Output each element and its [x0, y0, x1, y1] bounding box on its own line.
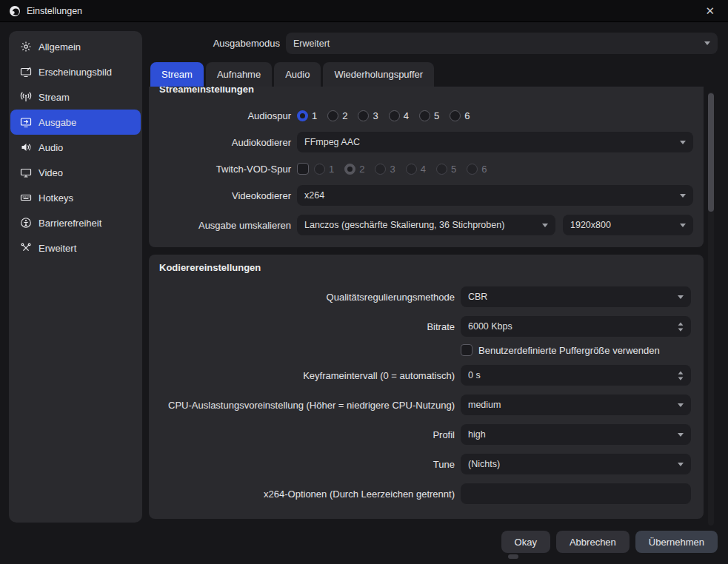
- sidebar-item-stream[interactable]: Stream: [10, 84, 141, 110]
- tab-audio[interactable]: Audio: [274, 62, 321, 87]
- sidebar-item-video[interactable]: Video: [10, 160, 141, 185]
- tab-aufnahme[interactable]: Aufnahme: [206, 62, 272, 87]
- keyframe-interval-spinner[interactable]: 0 s: [461, 365, 691, 386]
- audio-track-label: Audiospur: [159, 110, 291, 121]
- sidebar-item-label: Audio: [39, 142, 63, 153]
- spinner-arrows[interactable]: [678, 371, 684, 380]
- audio-track-radio-4[interactable]: [389, 110, 400, 121]
- cpu-preset-dropdown[interactable]: medium: [461, 395, 691, 415]
- sidebar-item-label: Ausgabe: [39, 117, 76, 128]
- rescale-filter-dropdown[interactable]: Lanczos (geschärfte Skalierung, 36 Stich…: [297, 215, 555, 235]
- sidebar-item-erweitert[interactable]: Erweitert: [10, 235, 141, 261]
- chevron-down-icon: [678, 295, 684, 299]
- output-mode-dropdown[interactable]: Erweitert: [286, 33, 718, 54]
- radio-label: 1: [329, 164, 334, 175]
- chevron-down-icon: [678, 377, 684, 380]
- close-icon[interactable]: ✕: [701, 4, 719, 18]
- cpu-preset-value: medium: [468, 400, 501, 410]
- spinner-arrows[interactable]: [678, 322, 684, 332]
- chevron-down-icon: [678, 403, 684, 407]
- tune-value: (Nichts): [468, 459, 500, 469]
- radio-label: 6: [464, 110, 470, 121]
- twitch-vod-row: Twitch-VOD-Spur 1 2 3 4 5 6: [149, 161, 704, 176]
- rescale-resolution-dropdown[interactable]: 1920x800: [563, 215, 693, 235]
- keyframe-interval-label: Keyframeintervall (0 = automatisch): [159, 370, 455, 381]
- audio-track-radio-3[interactable]: [358, 110, 369, 121]
- rate-control-row: Qualitätsregulierungsmethode CBR: [149, 286, 704, 307]
- audio-track-radio-6[interactable]: [450, 110, 461, 121]
- twitch-vod-radio-3[interactable]: [375, 164, 386, 175]
- display-icon: [20, 167, 32, 178]
- tune-row: Tune (Nichts): [149, 454, 704, 474]
- bitrate-spinner[interactable]: 6000 Kbps: [461, 316, 691, 337]
- cancel-button[interactable]: Abbrechen: [556, 531, 630, 553]
- chevron-down-icon: [542, 224, 548, 227]
- sidebar-item-barrierefreiheit[interactable]: Barrierefreiheit: [10, 210, 141, 235]
- audio-encoder-label: Audiokodierer: [159, 137, 291, 148]
- tab-stream[interactable]: Stream: [150, 62, 204, 87]
- sidebar-item-label: Erscheinungsbild: [39, 67, 112, 78]
- window-title: Einstellungen: [27, 6, 82, 16]
- ok-button[interactable]: Okay: [501, 531, 550, 553]
- x264-options-input[interactable]: [461, 483, 691, 504]
- chevron-down-icon: [680, 194, 686, 198]
- sidebar-item-allgemein[interactable]: Allgemein: [10, 34, 141, 59]
- audio-track-radio-5[interactable]: [419, 110, 430, 121]
- stream-settings-group: Streameinstellungen Audiospur 1 2 3 4 5 …: [149, 87, 704, 247]
- radio-label: 3: [373, 110, 378, 121]
- tune-dropdown[interactable]: (Nichts): [461, 454, 691, 474]
- rescale-label: Ausgabe umskalieren: [159, 220, 291, 231]
- apply-button[interactable]: Übernehmen: [635, 531, 718, 553]
- sidebar-item-ausgabe[interactable]: Ausgabe: [10, 110, 141, 135]
- output-mode-row: Ausgabemodus Erweitert: [151, 33, 718, 54]
- vertical-scrollbar-thumb[interactable]: [708, 93, 714, 212]
- radio-label: 4: [421, 164, 426, 175]
- cpu-preset-label: CPU-Auslastungsvoreinstellung (Höher = n…: [159, 400, 455, 411]
- chevron-down-icon: [678, 328, 684, 331]
- rescale-filter-value: Lanczos (geschärfte Skalierung, 36 Stich…: [304, 220, 504, 230]
- twitch-vod-radio-6[interactable]: [467, 164, 478, 175]
- x264-options-row: x264-Optionen (Durch Leerzeichen getrenn…: [149, 483, 704, 504]
- twitch-vod-radio-2[interactable]: [344, 164, 355, 175]
- radio-label: 2: [342, 110, 347, 121]
- vertical-scrollbar[interactable]: [708, 92, 714, 526]
- titlebar: Einstellungen ✕: [0, 0, 728, 22]
- keyframe-interval-value: 0 s: [468, 370, 481, 380]
- audio-track-radio-1[interactable]: [297, 110, 308, 121]
- stream-settings-title: Streameinstellungen: [149, 87, 704, 95]
- twitch-vod-checkbox[interactable]: [297, 163, 309, 175]
- audio-track-row: Audiospur 1 2 3 4 5 6: [149, 108, 704, 123]
- rate-control-label: Qualitätsregulierungsmethode: [159, 292, 455, 303]
- custom-buffer-checkbox[interactable]: [461, 344, 472, 356]
- radio-label: 1: [312, 110, 317, 121]
- rate-control-dropdown[interactable]: CBR: [461, 286, 691, 307]
- audio-encoder-dropdown[interactable]: FFmpeg AAC: [297, 132, 693, 152]
- sidebar-item-label: Video: [39, 167, 63, 178]
- profile-dropdown[interactable]: high: [461, 424, 691, 445]
- dialog-footer: Okay Abbrechen Übernehmen: [501, 531, 718, 553]
- rate-control-value: CBR: [468, 292, 487, 302]
- sidebar-item-audio[interactable]: Audio: [10, 135, 141, 160]
- profile-row: Profil high: [149, 424, 704, 445]
- sidebar-item-hotkeys[interactable]: Hotkeys: [10, 185, 141, 210]
- encoder-settings-group: Kodierereinstellungen Qualitätsregulieru…: [149, 255, 704, 519]
- tools-icon: [20, 242, 32, 254]
- broadcast-icon: [20, 91, 32, 103]
- tab-wiederholungspuffer[interactable]: Wiederholungspuffer: [323, 62, 434, 87]
- video-encoder-dropdown[interactable]: x264: [297, 185, 693, 206]
- encoder-settings-title: Kodierereinstellungen: [149, 262, 704, 273]
- twitch-vod-radio-4[interactable]: [406, 164, 417, 175]
- chevron-up-icon: [678, 371, 684, 374]
- sidebar-item-label: Stream: [39, 92, 70, 103]
- sidebar-item-erscheinungsbild[interactable]: Erscheinungsbild: [10, 59, 141, 84]
- audio-track-radio-2[interactable]: [327, 110, 338, 121]
- sidebar-item-label: Erweitert: [39, 243, 76, 254]
- twitch-vod-radio-5[interactable]: [436, 164, 447, 175]
- profile-label: Profil: [159, 429, 455, 440]
- video-encoder-label: Videokodierer: [159, 190, 291, 201]
- audio-encoder-value: FFmpeg AAC: [304, 137, 360, 147]
- sidebar-item-label: Barrierefreiheit: [39, 218, 101, 229]
- horizontal-scrollbar-thumb[interactable]: [508, 554, 518, 559]
- sidebar-item-label: Hotkeys: [39, 192, 73, 204]
- twitch-vod-radio-1[interactable]: [314, 164, 325, 175]
